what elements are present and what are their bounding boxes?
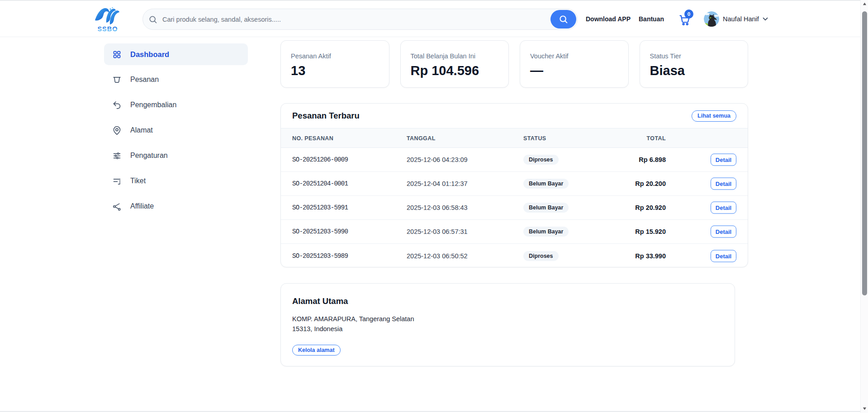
search-bar: [142, 9, 578, 30]
scrollbar-down-arrow[interactable]: [861, 405, 868, 412]
cart-button[interactable]: 0: [678, 11, 695, 28]
cart-count-badge: 0: [684, 9, 693, 19]
orders-title: Pesanan Terbaru: [292, 111, 360, 121]
sidebar-item-label: Pesanan: [130, 76, 159, 84]
column-header-total: TOTAL: [646, 128, 666, 148]
search-icon: [148, 15, 157, 24]
order-number: SO-20251203-5989: [292, 252, 348, 260]
stat-card-total-belanja: Total Belanja Bulan Ini Rp 104.596: [400, 40, 509, 88]
stat-value: Biasa: [650, 63, 685, 78]
order-row: SO-20251203-5991 2025-12-03 06:58:43 Bel…: [281, 196, 748, 220]
user-name[interactable]: Naufal Hanif: [723, 1, 759, 37]
orders-table-header: NO. PESANAN TANGGAL STATUS TOTAL: [281, 128, 748, 148]
scrollbar-up-arrow[interactable]: [861, 0, 868, 7]
order-date: 2025-12-04 01:12:37: [407, 180, 468, 187]
stat-label: Total Belanja Bulan Ini: [411, 52, 476, 60]
grid-icon: [112, 50, 122, 59]
order-number: SO-20251203-5990: [292, 228, 348, 235]
sidebar-item-tiket[interactable]: Tiket: [104, 170, 248, 192]
order-row: SO-20251203-5990 2025-12-03 06:57:31 Bel…: [281, 220, 748, 244]
sidebar-item-dashboard[interactable]: Dashboard: [104, 43, 248, 65]
download-app-link[interactable]: Download APP: [586, 1, 631, 37]
address-card: Alamat Utama KOMP. AMARAPURA, Tangerang …: [280, 283, 735, 366]
order-date: 2025-12-03 06:50:52: [407, 252, 468, 260]
order-row: SO-20251204-0001 2025-12-04 01:12:37 Bel…: [281, 172, 748, 196]
column-header-no-pesanan: NO. PESANAN: [292, 128, 333, 148]
stat-card-status-tier: Status Tier Biasa: [640, 40, 749, 88]
sidebar-item-label: Alamat: [130, 126, 153, 134]
order-total: Rp 6.898: [639, 156, 666, 163]
sliders-icon: [112, 151, 122, 161]
detail-button[interactable]: Detail: [711, 178, 736, 190]
order-status-badge: Diproses: [523, 251, 559, 261]
search-submit-button[interactable]: [550, 10, 576, 28]
order-status-badge: Belum Bayar: [523, 203, 569, 213]
order-row: SO-20251206-0009 2025-12-06 04:23:09 Dip…: [281, 148, 748, 172]
shopping-bag-icon: [112, 75, 122, 85]
header: SSBO Download APP Bantuan 0: [0, 1, 860, 37]
order-total: Rp 33.990: [635, 252, 666, 260]
stat-value: Rp 104.596: [411, 63, 479, 78]
detail-button[interactable]: Detail: [711, 226, 736, 238]
chevron-down-icon[interactable]: [761, 15, 769, 23]
stat-cards: Pesanan Aktif 13 Total Belanja Bulan Ini…: [280, 40, 748, 88]
stat-value: 13: [291, 63, 305, 78]
ticket-list-icon: [112, 176, 122, 186]
search-input[interactable]: [157, 16, 577, 23]
sidebar-item-label: Pengembalian: [130, 101, 176, 109]
stat-label: Voucher Aktif: [530, 52, 569, 60]
address-title: Alamat Utama: [292, 296, 348, 306]
sidebar-item-affiliate[interactable]: Affiliate: [104, 195, 248, 217]
footer-divider: [0, 411, 860, 412]
avatar[interactable]: [704, 11, 719, 27]
order-status-badge: Belum Bayar: [523, 179, 569, 189]
address-line-2: 15313, Indonesia: [292, 325, 342, 332]
sidebar-item-label: Affiliate: [130, 202, 154, 210]
order-total: Rp 15.920: [635, 228, 666, 235]
order-number: SO-20251204-0001: [292, 180, 348, 187]
sidebar-item-pesanan[interactable]: Pesanan: [104, 69, 248, 90]
detail-button[interactable]: Detail: [711, 202, 736, 214]
stat-label: Status Tier: [650, 52, 681, 60]
stat-card-voucher-aktif: Voucher Aktif —: [520, 40, 629, 88]
scrollbar-thumb[interactable]: [862, 11, 867, 295]
order-date: 2025-12-06 04:23:09: [407, 156, 468, 163]
column-header-status: STATUS: [523, 128, 546, 148]
detail-button[interactable]: Detail: [711, 250, 736, 262]
sidebar-item-label: Tiket: [130, 177, 146, 185]
orders-card: Pesanan Terbaru Lihat semua NO. PESANAN …: [280, 103, 748, 267]
bantuan-link[interactable]: Bantuan: [639, 1, 664, 37]
order-total: Rp 20.200: [635, 180, 666, 187]
sidebar-item-label: Pengaturan: [130, 152, 168, 160]
svg-text:SSBO: SSBO: [97, 25, 118, 33]
column-header-tanggal: TANGGAL: [407, 128, 436, 148]
order-row: SO-20251203-5989 2025-12-03 06:50:52 Dip…: [281, 244, 748, 267]
sidebar-item-pengaturan[interactable]: Pengaturan: [104, 145, 248, 166]
order-status-badge: Belum Bayar: [523, 227, 569, 237]
order-date: 2025-12-03 06:58:43: [407, 204, 468, 211]
share-icon: [112, 202, 122, 211]
address-line-1: KOMP. AMARAPURA, Tangerang Selatan: [292, 315, 414, 323]
sidebar-item-alamat[interactable]: Alamat: [104, 119, 248, 141]
sidebar-item-label: Dashboard: [130, 50, 169, 59]
page: SSBO Download APP Bantuan 0: [0, 0, 860, 413]
stat-label: Pesanan Aktif: [291, 52, 331, 60]
scrollbar[interactable]: [860, 0, 868, 413]
detail-button[interactable]: Detail: [711, 154, 736, 166]
manage-address-button[interactable]: Kelola alamat: [292, 345, 341, 356]
sidebar: Dashboard Pesanan Pengembalian: [104, 43, 248, 221]
orders-card-header: Pesanan Terbaru Lihat semua: [281, 104, 748, 128]
order-date: 2025-12-03 06:57:31: [407, 228, 468, 235]
stat-value: —: [530, 63, 543, 78]
order-total: Rp 20.920: [635, 204, 666, 211]
sidebar-item-pengembalian[interactable]: Pengembalian: [104, 94, 248, 116]
order-number: SO-20251203-5991: [292, 204, 348, 211]
stat-card-pesanan-aktif: Pesanan Aktif 13: [280, 40, 389, 88]
order-status-badge: Diproses: [523, 155, 559, 165]
map-pin-icon: [112, 126, 122, 135]
undo-icon: [112, 100, 122, 110]
order-number: SO-20251206-0009: [292, 156, 348, 163]
view-all-button[interactable]: Lihat semua: [692, 110, 736, 122]
brand-logo[interactable]: SSBO: [94, 5, 121, 33]
